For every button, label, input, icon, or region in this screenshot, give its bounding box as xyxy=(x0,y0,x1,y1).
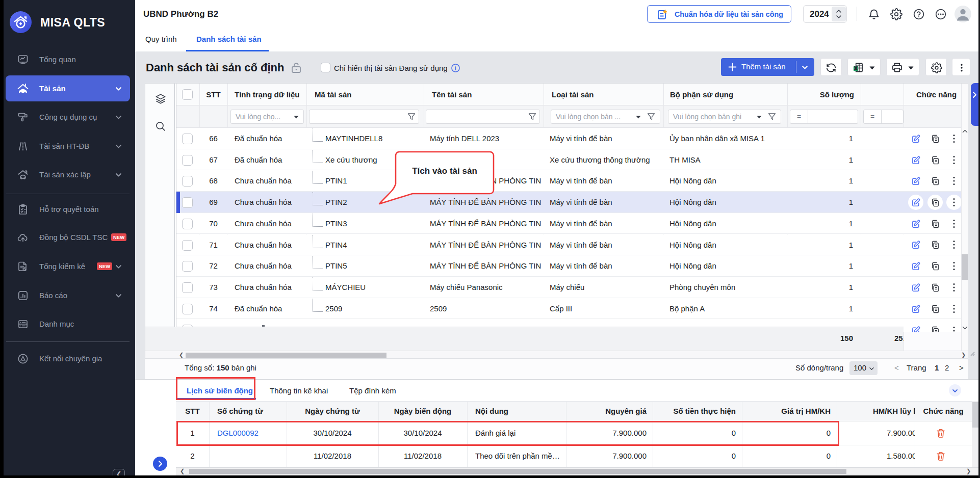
svg-text:Tích vào tài sản: Tích vào tài sản xyxy=(412,166,477,176)
svg-text:X: X xyxy=(855,66,858,71)
